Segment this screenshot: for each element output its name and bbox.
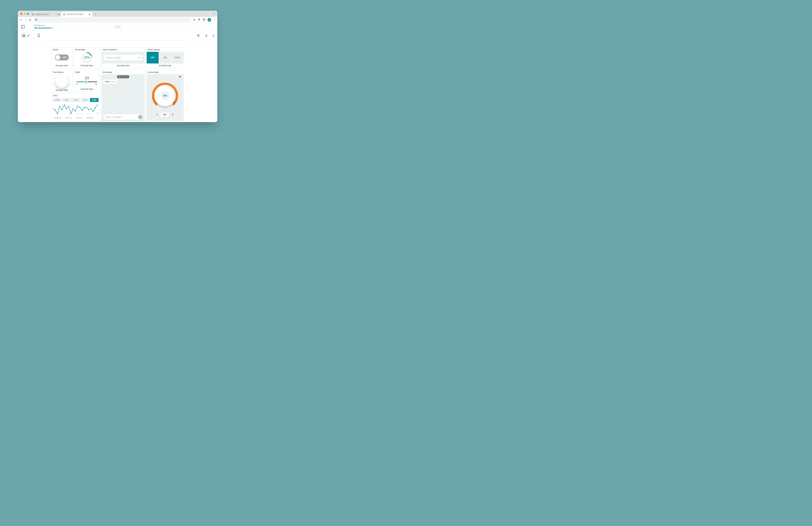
svg-point-34 [93, 111, 93, 112]
message-text: Hello! [105, 81, 110, 83]
info-icon[interactable]: i [213, 34, 214, 38]
svg-point-20 [61, 109, 62, 110]
svg-point-6 [24, 35, 24, 36]
widget-slider: Slider 23 0 50 Example Data [74, 70, 100, 92]
svg-point-23 [68, 106, 69, 107]
light-dial[interactable]: ON ◀ [152, 83, 178, 109]
minimize-window-icon[interactable] [24, 13, 26, 15]
dropdown-placeholder: Select a value... [106, 56, 122, 59]
tabs-overflow-icon[interactable] [213, 13, 215, 15]
brightness-low-icon [157, 114, 158, 115]
message-time: 16:00 [111, 81, 116, 83]
message-bubble: Hello! 16:00 [103, 79, 117, 84]
svg-point-19 [59, 106, 60, 107]
edit-mode-button[interactable] [26, 33, 31, 38]
new-tab-button[interactable]: + [93, 12, 98, 17]
profile-avatar[interactable]: S [207, 18, 211, 21]
svg-point-3 [214, 18, 215, 19]
widget-footer: Example Data [102, 63, 145, 68]
chart-xtick: 15:57:25 [86, 117, 93, 119]
close-tab-icon[interactable] [58, 13, 60, 15]
light-toggle-button[interactable]: ON [155, 85, 175, 106]
chart-range-7d[interactable]: 7 D [62, 98, 71, 102]
chevron-down-icon [139, 57, 140, 58]
window-controls [19, 11, 30, 17]
widget-title: Percentage [74, 47, 100, 52]
dashboard-canvas: Switch OFF Example Data Percentage 22% [18, 41, 217, 122]
brightness-high-icon: ☀ [172, 113, 174, 116]
svg-point-4 [214, 19, 215, 19]
svg-point-35 [95, 107, 96, 108]
svg-rect-1 [203, 19, 205, 20]
widget-value-selector: Value Selector OFF ON AUTO Example Data [146, 47, 184, 68]
sidepanel-icon[interactable] [203, 18, 205, 21]
widget-chart: Chart 15 D 7 D 1 D 1 H LIVE 1 0 [51, 93, 100, 121]
svg-rect-0 [35, 19, 37, 20]
widget-footer: Example Data [74, 87, 100, 91]
message-date-pill: Mon 23 Oct [117, 75, 129, 78]
download-icon[interactable] [205, 34, 208, 38]
svg-point-32 [88, 109, 89, 110]
widget-push-button: Push Button Example Data [51, 70, 72, 92]
push-button[interactable] [55, 74, 69, 88]
chart-range-1d[interactable]: 1 D [71, 98, 80, 102]
chevron-down-icon [52, 27, 54, 28]
view-mode-button[interactable] [21, 33, 26, 38]
brightness-input[interactable] [160, 112, 169, 117]
chart-range-live[interactable]: LIVE [90, 98, 99, 102]
toggle-label: OFF [63, 56, 67, 59]
svg-point-31 [86, 107, 87, 108]
share-icon[interactable] [197, 34, 200, 38]
slider-min: 0 [76, 83, 77, 85]
sidebar-toggle-icon[interactable] [21, 25, 25, 29]
send-button[interactable] [138, 115, 142, 119]
widget-footer: Example Data [52, 63, 72, 68]
browser-tab-active[interactable]: Arduino IoT Cloud [61, 12, 92, 17]
browser-tabstrip: Arduino Cloud Arduino IoT Cloud + [18, 11, 217, 17]
selector-option-off[interactable]: OFF [147, 52, 159, 63]
slider-max: 50 [95, 83, 97, 85]
message-input[interactable]: Type a message [103, 114, 143, 120]
widget-title: Value Selector [146, 47, 184, 52]
bookmark-star-icon[interactable] [198, 18, 200, 21]
address-bar[interactable] [33, 17, 191, 22]
slider-value: 23 [85, 76, 89, 80]
share-os-icon[interactable] [193, 18, 195, 21]
slider-handle[interactable] [84, 80, 88, 84]
device-icon[interactable] [38, 34, 40, 38]
selector-option-on[interactable]: ON [159, 52, 171, 63]
widget-title: Slider [74, 70, 100, 74]
chart-plot: 1 0 15:57:10 15:57:15 15:57:20 15:57:25 [52, 103, 100, 121]
svg-point-17 [55, 110, 56, 111]
chart-ytick: 1 [97, 103, 98, 105]
close-tab-icon[interactable] [88, 13, 91, 15]
maximize-window-icon[interactable] [27, 13, 29, 15]
forward-button[interactable] [24, 18, 27, 21]
selector-option-auto[interactable]: AUTO [171, 52, 183, 63]
svg-point-18 [57, 113, 58, 114]
browser-menu-icon[interactable] [213, 18, 216, 21]
slider-track[interactable] [76, 82, 97, 82]
dashboard-selector[interactable]: My Dashboard [34, 27, 54, 29]
chart-range-15d[interactable]: 15 D [53, 98, 61, 102]
back-button[interactable] [19, 18, 23, 21]
widget-footer: Example Data [52, 88, 72, 92]
light-status-dot-icon [179, 76, 181, 78]
svg-point-5 [214, 20, 215, 20]
chart-range-1h[interactable]: 1 H [81, 98, 89, 102]
chart-ytick: 0 [97, 112, 98, 114]
close-window-icon[interactable] [20, 13, 23, 15]
toggle-switch[interactable]: OFF [55, 55, 69, 60]
widget-title: Value Dropdown [102, 47, 145, 52]
browser-tab[interactable]: Arduino Cloud [30, 12, 61, 17]
reload-button[interactable] [29, 18, 31, 21]
toggle-knob [55, 55, 60, 60]
svg-point-24 [71, 113, 71, 114]
widget-value-dropdown: Value Dropdown Select a value... Example… [101, 47, 145, 68]
widget-colored-light: Colored light ON ◀ [146, 70, 184, 121]
widget-switch: Switch OFF Example Data [51, 47, 72, 68]
dropdown[interactable]: Select a value... [104, 55, 142, 61]
lock-icon [35, 18, 37, 21]
percentage-value: 22% [84, 56, 90, 59]
svg-point-27 [77, 105, 78, 106]
